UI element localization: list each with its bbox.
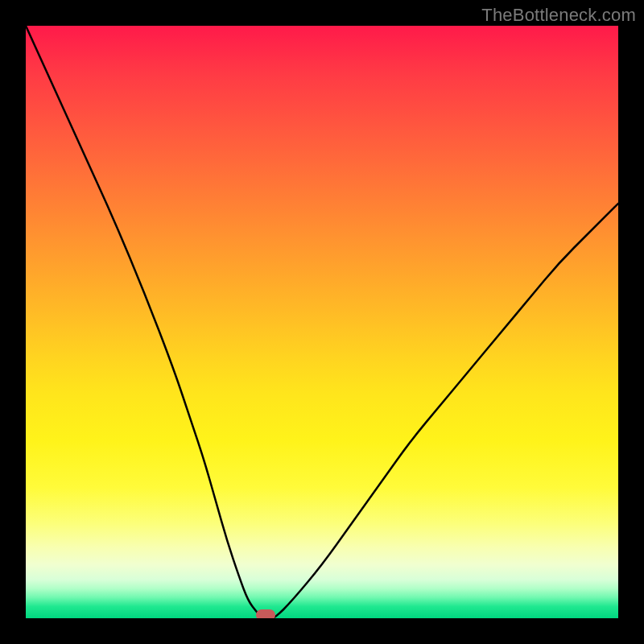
- optimal-point-marker: [256, 609, 275, 618]
- chart-frame: TheBottleneck.com: [0, 0, 644, 644]
- plot-area: [26, 26, 618, 618]
- bottleneck-curve: [26, 26, 618, 618]
- watermark-text: TheBottleneck.com: [481, 5, 636, 26]
